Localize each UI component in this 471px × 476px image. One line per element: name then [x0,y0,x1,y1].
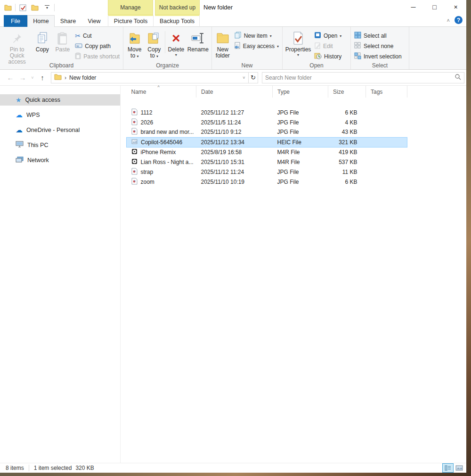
new-folder-qat-icon[interactable] [30,2,40,13]
collapse-ribbon-icon[interactable]: ˄ [447,17,450,23]
up-icon[interactable]: ↑ [37,72,48,83]
column-header-size[interactable]: Size [328,86,366,98]
minimize-button[interactable]: ─ [403,0,424,14]
jpg-file-icon [131,128,138,136]
maximize-button[interactable]: □ [424,0,445,14]
tab-picture-tools[interactable]: Picture Tools [108,15,154,27]
address-bar[interactable]: › New folder ˅ [51,72,249,83]
forward-icon[interactable]: → [17,72,28,83]
invert-selection-button[interactable]: Invert selection [352,51,404,62]
file-row[interactable]: 1112 2025/11/12 11:27 JPG File 6 KB [127,107,407,117]
paste-button[interactable]: Paste [52,28,73,62]
select-all-button[interactable]: Select all [352,31,404,41]
paste-shortcut-button[interactable]: Paste shortcut [73,51,122,62]
dropdown-arrow-icon: ▾ [175,53,177,57]
quick-access-star-icon: ★ [16,96,22,104]
details-view-button[interactable] [443,464,453,472]
column-header-tags[interactable]: Tags [366,86,407,98]
onedrive-cloud-icon: ☁ [16,126,23,134]
column-header-row: ^ Name Date Type Size Tags [127,86,407,98]
edit-icon [314,42,321,50]
sidebar-item-quick-access[interactable]: ★ Quick access [0,94,120,106]
history-button[interactable]: History [312,51,343,62]
recent-locations-icon[interactable]: ˅ [29,72,36,83]
group-inner-separator [165,31,165,53]
back-icon[interactable]: ← [5,72,16,83]
properties-button[interactable]: Properties ▾ [284,28,312,62]
explorer-window: ▾ Manage Not backed up New folder ─ □ × … [0,0,466,473]
delete-button[interactable]: × Delete ▾ [166,28,186,62]
tab-backup-tools[interactable]: Backup Tools [155,15,200,27]
ribbon-group-organize: Move to ▾ Copy to ▾ × Delete ▾ [123,27,212,69]
window-controls: ─ □ × [403,0,466,14]
tab-view[interactable]: View [81,15,107,27]
sidebar-item-network[interactable]: Network [0,155,120,166]
sidebar-item-this-pc[interactable]: This PC [0,140,120,151]
tab-home[interactable]: Home [27,15,55,27]
new-group-label: New [212,62,282,69]
breadcrumb-chevron-icon[interactable]: › [65,74,66,81]
edit-button[interactable]: Edit [312,41,343,51]
rename-button[interactable]: Rename [186,28,210,62]
dropdown-arrow-icon: ▾ [137,54,138,58]
jpg-file-icon [131,178,138,186]
customize-qat-icon[interactable]: ▾ [42,2,52,13]
status-bar: 8 items 1 item selected 320 KB [0,463,466,473]
copy-path-button[interactable]: W... Copy path [73,41,122,51]
new-item-button[interactable]: New item ▾ [232,31,281,41]
history-icon [314,52,322,61]
file-table: ^ Name Date Type Size Tags 1112 [126,86,407,187]
copy-to-button[interactable]: Copy to ▾ [145,28,164,62]
copy-path-icon: W... [75,43,82,50]
open-button[interactable]: Open ▾ [312,31,343,41]
column-header-date[interactable]: Date [196,86,273,98]
column-header-type[interactable]: Type [273,86,328,98]
breadcrumb[interactable]: New folder [69,74,240,81]
cut-button[interactable]: ✂ Cut [73,31,122,41]
new-folder-button[interactable]: New folder [213,28,232,62]
tab-file[interactable]: File [4,15,27,27]
m4r-file-icon [131,148,138,156]
tab-share[interactable]: Share [55,15,81,27]
sidebar-item-wps[interactable]: ☁ WPS [0,109,120,121]
navigation-bar: ← → ˅ ↑ › New folder ˅ ↻ [0,70,466,86]
properties-icon[interactable] [17,2,28,13]
file-row[interactable]: 2026 2025/11/5 11:24 JPG File 4 KB [127,117,407,127]
file-row[interactable]: zoom 2025/11/10 10:19 JPG File 6 KB [127,177,407,187]
nav-arrows: ← → ˅ ↑ [0,72,48,83]
ribbon-empty-space [409,27,466,69]
address-dropdown-icon[interactable]: ˅ [240,75,248,80]
paste-icon [57,30,68,47]
backup-contextual-header: Not backed up [155,0,200,15]
dropdown-arrow-icon: ▾ [297,53,299,57]
help-icon[interactable]: ? [455,16,463,24]
move-to-button[interactable]: Move to ▾ [125,28,145,62]
file-row[interactable]: strap 2025/11/12 11:24 JPG File 11 KB [127,167,407,177]
sidebar-item-onedrive[interactable]: ☁ OneDrive - Personal [0,124,120,136]
copy-button[interactable]: Copy [32,28,52,62]
content-area: ★ Quick access ☁ WPS ☁ OneDrive - Person… [0,86,466,463]
folder-icon[interactable] [3,2,13,13]
large-icons-view-button[interactable] [454,464,464,472]
heic-file-icon [131,139,138,146]
select-none-button[interactable]: Select none [352,41,404,51]
column-header-name[interactable]: ^ Name [127,86,196,98]
close-button[interactable]: × [445,0,466,14]
ribbon-right-controls: ˄ ? [447,16,463,24]
jpg-file-icon [131,168,138,176]
select-small-buttons: Select all Select none Invert selection [352,28,404,62]
file-row-selected[interactable]: Copilot-5645046 2025/11/12 13:34 HEIC Fi… [127,137,407,147]
file-row[interactable]: brand new and mor... 2025/11/10 9:12 JPG… [127,127,407,137]
properties-big-icon [292,30,304,47]
open-small-buttons: Open ▾ Edit History [312,28,343,62]
pin-to-quick-access-button[interactable]: Pin to Quick access [1,28,32,66]
refresh-icon[interactable]: ↻ [249,72,258,83]
dropdown-arrow-icon: ▾ [156,54,158,58]
easy-access-icon [234,42,241,50]
search-input[interactable] [265,74,455,81]
move-to-icon [128,30,141,47]
file-row[interactable]: Lian Ross - Night a... 2025/11/10 15:31 … [127,157,407,167]
title-bar: ▾ Manage Not backed up New folder ─ □ × [0,0,466,15]
file-row[interactable]: iPhone Remix 2025/8/19 16:58 M4R File 41… [127,147,407,157]
easy-access-button[interactable]: Easy access ▾ [232,41,281,51]
